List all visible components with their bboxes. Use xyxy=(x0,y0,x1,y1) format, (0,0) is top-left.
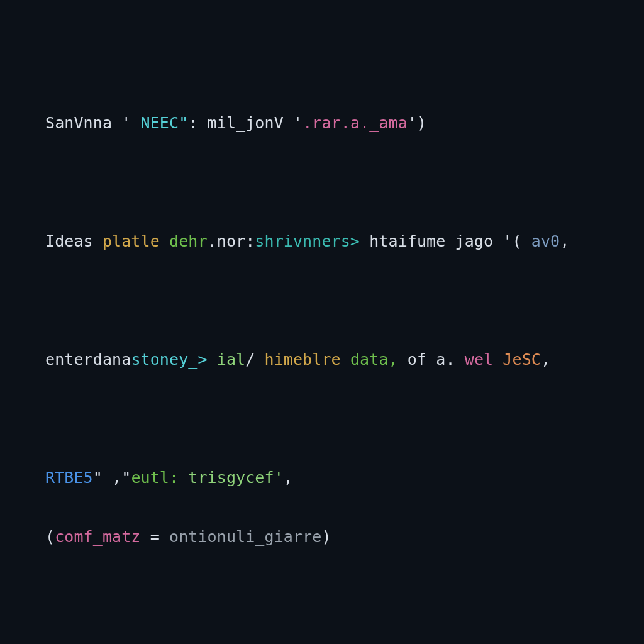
token: NEEC" xyxy=(131,114,188,132)
token: ') xyxy=(408,114,426,132)
blank-line xyxy=(45,404,609,433)
token: shrivnners> xyxy=(255,232,360,250)
token: _av0 xyxy=(522,232,560,250)
token: ontionuli_giarre xyxy=(169,528,321,546)
code-line: Ideas platle dehr.nor:shrivnners> htaifu… xyxy=(45,226,609,256)
blank-line xyxy=(45,286,609,315)
token: ( xyxy=(512,232,521,250)
token: stoney_> xyxy=(131,350,207,369)
token: , xyxy=(560,232,569,250)
blank-line xyxy=(45,581,609,611)
blank-line xyxy=(45,167,609,197)
code-line: enterdanastoney_> ial/ himeblre data, of… xyxy=(45,345,609,374)
token: trisgycef' xyxy=(179,469,284,487)
token: Ideas xyxy=(45,232,93,250)
code-line: (comf_matz = ontionuli_giarre) xyxy=(45,522,609,552)
token: dehr xyxy=(160,232,208,250)
token: " ," xyxy=(93,469,131,487)
token: eutl: xyxy=(131,469,179,487)
token: enterdana xyxy=(45,350,131,369)
code-line: RTBE5" ,"eutl: trisgycef', xyxy=(45,463,609,492)
token: htaifume_jago ' xyxy=(360,232,512,250)
token: .rar.a._ama xyxy=(303,114,408,132)
token: .nor: xyxy=(208,232,255,250)
token: comf_matz xyxy=(55,528,140,546)
token: RTBE5 xyxy=(45,469,93,487)
token: = xyxy=(141,528,169,546)
token: wel xyxy=(455,350,494,369)
token: ) xyxy=(321,528,331,546)
token: platle xyxy=(93,232,160,250)
token: ial xyxy=(208,350,246,369)
token: data, xyxy=(341,350,398,369)
token: , xyxy=(541,350,550,369)
token: ( xyxy=(45,528,55,546)
token: : mil_jonV ' xyxy=(188,114,303,132)
code-editor-viewport[interactable]: SanVnna ' NEEC": mil_jonV '.rar.a._ama')… xyxy=(0,0,644,644)
token: JeSC xyxy=(493,350,541,369)
code-line: SanVnna ' NEEC": mil_jonV '.rar.a._ama') xyxy=(45,108,609,138)
token: himeblre xyxy=(265,350,341,369)
code-line: iowen_linbot) : doniier(.gmeteret; xyxy=(45,640,609,644)
token: of a. xyxy=(398,350,455,369)
token: SanVnna ' xyxy=(45,114,131,132)
token: / xyxy=(245,350,264,369)
token: , xyxy=(284,469,293,487)
